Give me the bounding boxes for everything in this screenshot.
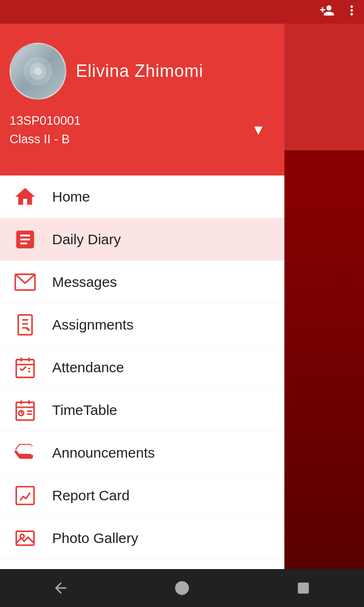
drawer-header: Elivina Zhimomi 13SP010001 Class II - B … — [0, 0, 284, 175]
report-card-label: Report Card — [52, 487, 129, 504]
report-card-icon — [12, 482, 38, 508]
svg-rect-41 — [299, 583, 309, 593]
nav-item-timetable[interactable]: TimeTable — [0, 389, 284, 432]
photo-gallery-icon — [12, 525, 38, 551]
attendance-label: Attendance — [52, 359, 124, 376]
nav-item-daily-diary[interactable]: Daily Diary — [0, 218, 284, 261]
more-options-icon[interactable] — [344, 3, 359, 21]
nav-item-report-card[interactable]: Report Card — [0, 474, 284, 517]
announcements-label: Announcements — [52, 445, 155, 461]
status-bar — [0, 0, 284, 24]
svg-rect-25 — [16, 487, 34, 505]
nav-item-home[interactable]: Home — [0, 175, 284, 218]
bottom-nav — [0, 569, 364, 607]
svg-rect-4 — [18, 315, 32, 335]
nav-item-announcements[interactable]: Announcements — [0, 432, 284, 474]
drawer: Elivina Zhimomi 13SP010001 Class II - B … — [0, 0, 284, 569]
nav-menu: Home Daily Diary Messages — [0, 175, 284, 569]
home-label: Home — [52, 189, 90, 205]
right-panel — [281, 0, 364, 569]
back-button[interactable] — [42, 569, 80, 607]
photo-gallery-label: Photo Gallery — [52, 530, 138, 546]
avatar — [9, 43, 66, 100]
timetable-label: TimeTable — [52, 402, 117, 418]
attendance-icon — [12, 354, 38, 380]
user-name: Elivina Zhimomi — [76, 61, 203, 81]
svg-point-40 — [176, 582, 189, 595]
svg-point-2 — [17, 243, 20, 246]
timetable-icon — [12, 397, 38, 423]
announcements-icon — [12, 440, 38, 466]
messages-icon — [12, 269, 38, 295]
daily-diary-label: Daily Diary — [52, 231, 121, 248]
svg-point-1 — [17, 238, 20, 240]
user-info[interactable]: 13SP010001 Class II - B ▼ — [9, 111, 275, 148]
svg-line-13 — [22, 366, 26, 370]
home-button[interactable] — [163, 569, 201, 607]
home-icon — [12, 184, 38, 210]
messages-label: Messages — [52, 274, 117, 290]
svg-point-0 — [17, 233, 20, 236]
assignments-label: Assignments — [52, 317, 134, 333]
dropdown-arrow-icon[interactable]: ▼ — [251, 122, 265, 138]
nav-item-attendance[interactable]: Attendance — [0, 346, 284, 389]
nav-item-assignments[interactable]: Assignments — [0, 304, 284, 346]
diary-icon — [12, 226, 38, 252]
user-section: Elivina Zhimomi — [9, 43, 275, 100]
assignments-icon — [12, 312, 38, 338]
right-panel-toolbar — [281, 0, 364, 24]
nav-item-messages[interactable]: Messages — [0, 261, 284, 304]
nav-item-event-calendar[interactable]: Event Calendar — [0, 560, 284, 569]
add-person-icon[interactable] — [319, 3, 335, 21]
user-id-class: 13SP010001 Class II - B — [9, 111, 81, 148]
recent-apps-button[interactable] — [284, 569, 322, 607]
svg-rect-26 — [16, 531, 34, 545]
nav-item-photo-gallery[interactable]: Photo Gallery — [0, 517, 284, 560]
